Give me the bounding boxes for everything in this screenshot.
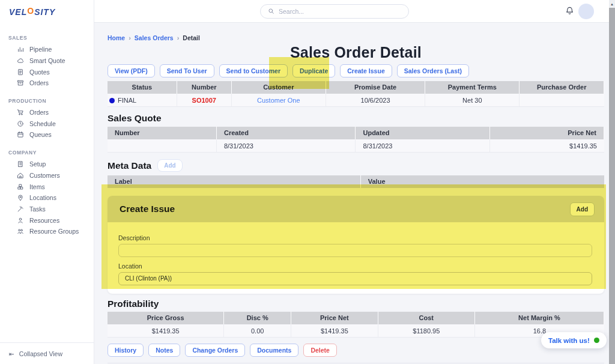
payment-terms-cell: Net 30 [425,94,520,107]
scrollbar-up-arrow[interactable]: ▲ [609,0,615,8]
user-icon [17,217,24,224]
column-header: Status [108,81,177,94]
column-header: Promise Date [326,81,425,94]
sidebar-item-label: Schedule [29,120,56,127]
price-gross-cell: $1419.35 [108,324,224,338]
history-button[interactable]: History [108,344,144,357]
map-pin-icon [17,194,24,201]
duplicate-button[interactable]: Duplicate [292,64,335,77]
sidebar-item-tasks[interactable]: Tasks [0,204,94,215]
sidebar-item-smart-quote[interactable]: Smart Quote [0,55,94,67]
delete-button[interactable]: Delete [303,344,337,357]
notifications-bell-icon[interactable] [565,6,575,17]
user-avatar[interactable] [578,4,594,19]
sidebar-item-label: Resource Groups [29,228,79,235]
status-dot [109,98,115,103]
column-header: Price Net [490,127,604,139]
clock-icon [17,120,24,127]
nav-section-company: COMPANY Setup Customers Items Locations … [0,150,94,237]
change-orders-button[interactable]: Change Orders [185,344,245,357]
documents-button[interactable]: Documents [250,344,298,357]
meta-data-table: Label Value [108,175,604,188]
column-header: Updated [356,127,489,139]
create-issue-panel-body: Description Location CLI (Clinton (PA)) [108,222,604,294]
customer-link[interactable]: Customer One [232,94,326,107]
page-scrollbar[interactable]: ▲ [609,0,615,364]
hammer-icon [17,205,24,213]
quote-updated-cell: 8/31/2023 [356,139,489,153]
home-icon [17,172,24,179]
breadcrumb-separator: › [129,34,131,41]
breadcrumb-separator: › [177,34,180,41]
sidebar-item-customers[interactable]: Customers [0,170,94,181]
sidebar-item-setup[interactable]: Setup [0,159,94,170]
location-select[interactable]: CLI (Clinton (PA)) [118,272,592,285]
sales-quote-table: Number Created Updated Price Net 8/31/20… [108,127,604,153]
meta-data-header-row: Meta Data Add [108,159,604,172]
description-input[interactable] [118,244,592,257]
sidebar-item-label: Queues [29,131,52,138]
sidebar-item-production-orders[interactable]: Orders [0,107,94,118]
breadcrumb-sales-orders-link[interactable]: Sales Orders [135,34,174,41]
collapse-sidebar-button[interactable]: ⇤ Collapsed View [0,342,94,364]
nav-section-label: COMPANY [8,150,94,156]
logo-text-post: SITY [34,7,55,17]
chat-widget-button[interactable]: Talk with us! [541,332,607,348]
calendar-icon [17,131,24,138]
breadcrumb-home-link[interactable]: Home [108,34,125,41]
create-issue-add-button[interactable]: Add [570,202,595,216]
sidebar-item-queues[interactable]: Queues [0,129,94,141]
sidebar-item-label: Pipeline [29,46,52,53]
breadcrumb-current: Detail [183,34,200,41]
order-summary-table: Status Number Customer Promise Date Paym… [108,81,604,107]
section-divider [108,363,604,363]
create-issue-panel: Create Issue Add Description Location CL… [108,196,604,294]
sidebar-item-resources[interactable]: Resources [0,214,94,226]
chat-online-dot [594,338,599,343]
notes-button[interactable]: Notes [148,344,180,357]
create-issue-button[interactable]: Create Issue [340,64,392,77]
promise-date-cell: 10/6/2023 [326,94,425,107]
sidebar-item-label: Orders [29,79,49,86]
column-header: Number [177,81,232,94]
disc-pct-cell: 0.00 [224,324,291,338]
description-label: Description [118,234,592,241]
boxes-icon [17,183,24,190]
global-search[interactable] [260,4,409,19]
meta-data-heading: Meta Data [108,160,151,171]
send-to-customer-button[interactable]: Send to Customer [219,64,288,77]
sidebar-item-schedule[interactable]: Schedule [0,118,94,129]
sidebar-item-resource-groups[interactable]: Resource Groups [0,226,94,237]
sidebar-item-label: Customers [29,172,60,179]
search-icon [268,6,274,17]
cloud-icon [17,57,24,64]
sales-quote-heading: Sales Quote [108,113,604,124]
sidebar-item-locations[interactable]: Locations [0,192,94,204]
column-header: Payment Terms [425,81,520,94]
meta-data-add-button[interactable]: Add [157,159,182,172]
nav-section-label: SALES [8,35,94,41]
breadcrumb: Home › Sales Orders › Detail [108,34,604,41]
column-header: Value [361,175,604,188]
sidebar-item-pipeline[interactable]: Pipeline [0,44,94,55]
sidebar-item-label: Tasks [29,205,46,213]
column-header: Number [108,127,217,139]
column-header: Purchase Order [520,81,604,94]
record-actions-row: History Notes Change Orders Documents De… [108,344,604,357]
users-icon [17,228,24,235]
quote-created-cell: 8/31/2023 [217,139,356,153]
view-pdf-button[interactable]: View (PDF) [108,64,155,77]
building-icon [17,160,24,168]
sales-orders-last-button[interactable]: Sales Orders (Last) [397,64,469,77]
location-label: Location [118,262,592,270]
nav-section-production: PRODUCTION Orders Schedule Queues [0,98,94,141]
sidebar: VELOSITY SALES Pipeline Smart Quote Quot… [0,0,94,364]
sidebar-item-sales-orders[interactable]: Orders [0,77,94,89]
sidebar-item-items[interactable]: Items [0,181,94,192]
order-number-cell: SO1007 [177,94,232,107]
sidebar-item-quotes[interactable]: Quotes [0,66,94,77]
cart-icon [17,109,24,116]
search-input[interactable] [279,8,393,15]
send-to-user-button[interactable]: Send To User [160,64,214,77]
sidebar-item-label: Locations [29,194,56,201]
